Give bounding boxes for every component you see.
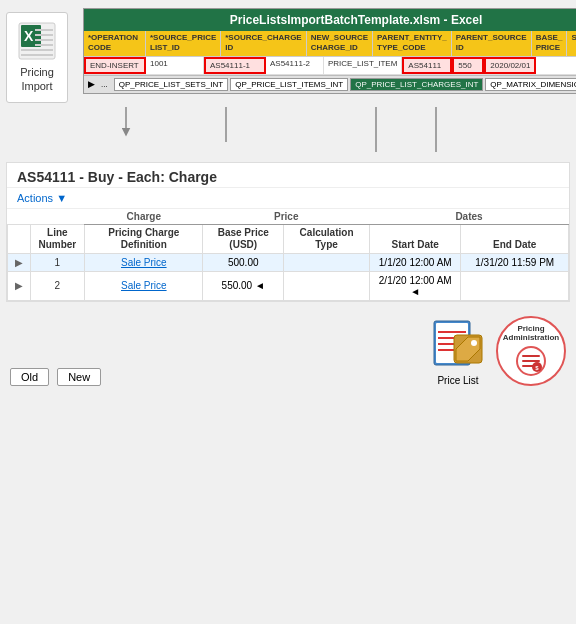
oracle-title: AS54111 - Buy - Each: Charge xyxy=(7,163,569,188)
price-list-svg xyxy=(430,317,486,373)
tab-price-list-sets[interactable]: QP_PRICE_LIST_SETS_INT xyxy=(114,78,228,91)
svg-rect-4 xyxy=(35,29,53,31)
tab-matrix-dimension[interactable]: QP_MATRIX_DIMENSION... xyxy=(485,78,576,91)
cell-new-source: AS54111-2 xyxy=(266,57,324,74)
price-list-icon[interactable]: Price List xyxy=(430,317,486,386)
row-base-price-1: 500.00 xyxy=(203,253,284,271)
row-end-date-2 xyxy=(461,271,569,300)
cell-source-price: 1001 xyxy=(146,57,204,74)
excel-icon-label: Pricing Import xyxy=(17,65,57,94)
row-line-2: 2 xyxy=(30,271,85,300)
pricing-admin-svg: $ xyxy=(515,345,547,377)
row-calc-type-2 xyxy=(284,271,370,300)
pricing-admin-label: PricingAdministration xyxy=(503,324,559,342)
cell-base-price: 550 xyxy=(452,57,484,74)
excel-data-row: END-INSERT 1001 AS54111-1 AS54111-2 PRIC… xyxy=(84,57,576,75)
svg-rect-16 xyxy=(438,331,466,333)
connector-area xyxy=(6,107,570,162)
row-start-date-2: 2/1/20 12:00 AM ◄ xyxy=(370,271,461,300)
svg-rect-6 xyxy=(35,39,53,41)
col-header-parent-entity: PARENT_ENTITY_TYPE_CODE xyxy=(373,31,452,56)
row-calc-type-1 xyxy=(284,253,370,271)
old-button[interactable]: Old xyxy=(10,368,49,386)
pricing-admin-icon[interactable]: PricingAdministration $ xyxy=(496,316,566,386)
svg-rect-25 xyxy=(522,360,540,362)
actions-button[interactable]: Actions ▼ xyxy=(17,192,67,204)
excel-icon-box[interactable]: X Pricing Import xyxy=(6,12,68,103)
col-header-parent-source: PARENT_SOURCEID xyxy=(452,31,532,56)
connector-arrows xyxy=(6,107,570,162)
cell-parent-source: AS54111 xyxy=(402,57,452,74)
row-expand-1[interactable]: ▶ xyxy=(8,253,31,271)
oracle-section: AS54111 - Buy - Each: Charge Actions ▼ C… xyxy=(6,162,570,302)
table-row[interactable]: ▶ 1 Sale Price 500.00 1/1/20 12:00 AM 1/… xyxy=(8,253,569,271)
col-header-start-date: START_DATE xyxy=(567,31,576,56)
row-base-price-2: 550.00 ◄ xyxy=(203,271,284,300)
svg-rect-5 xyxy=(35,34,53,36)
old-new-buttons: Old New xyxy=(10,368,101,386)
oracle-table: Charge Price Dates LineNumber Pricing Ch… xyxy=(7,209,569,301)
new-button[interactable]: New xyxy=(57,368,101,386)
excel-titlebar: PriceListsImportBatchTemplate.xlsm - Exc… xyxy=(84,9,576,31)
svg-rect-24 xyxy=(522,355,540,357)
main-container: X Pricing Import PriceListsImportBatchTe… xyxy=(0,0,576,624)
excel-header-row: *OPERATIONCODE *SOURCE_PRICELIST_ID *SOU… xyxy=(84,31,576,57)
svg-point-22 xyxy=(471,340,477,346)
col-calc-type: CalculationType xyxy=(284,224,370,253)
right-icons: Price List PricingAdministration $ xyxy=(430,316,566,386)
col-pricing-charge: Pricing ChargeDefinition xyxy=(85,224,203,253)
bottom-area: Old New xyxy=(0,310,576,392)
oracle-actions-bar: Actions ▼ xyxy=(7,188,569,209)
row-charge-def-2: Sale Price xyxy=(85,271,203,300)
col-header-new-source: NEW_SOURCECHARGE_ID xyxy=(307,31,373,56)
col-end-date: End Date xyxy=(461,224,569,253)
col-header-source-charge: *SOURCE_CHARGEID xyxy=(221,31,306,56)
spacer-header xyxy=(8,209,85,225)
col-base-price: Base Price(USD) xyxy=(203,224,284,253)
cell-operation: END-INSERT xyxy=(84,57,146,74)
cell-source-charge: AS54111-1 xyxy=(204,57,266,74)
group-header-dates: Dates xyxy=(370,209,569,225)
tab-price-list-charges[interactable]: QP_PRICE_LIST_CHARGES_INT xyxy=(350,78,483,91)
tab-price-list-items[interactable]: QP_PRICE_LIST_ITEMS_INT xyxy=(230,78,348,91)
svg-rect-7 xyxy=(35,44,53,46)
col-header-operation: *OPERATIONCODE xyxy=(84,31,146,56)
row-start-date-1: 1/1/20 12:00 AM xyxy=(370,253,461,271)
col-line-number: LineNumber xyxy=(30,224,85,253)
price-list-label: Price List xyxy=(430,375,486,386)
svg-rect-8 xyxy=(21,49,53,51)
row-expand-2[interactable]: ▶ xyxy=(8,271,31,300)
svg-rect-19 xyxy=(438,349,456,351)
table-row[interactable]: ▶ 2 Sale Price 550.00 ◄ 2/1/20 12:00 AM … xyxy=(8,271,569,300)
cell-start-date: 2020/02/01 xyxy=(484,57,536,74)
actions-label: Actions ▼ xyxy=(17,192,67,204)
group-header-charge: Charge xyxy=(85,209,203,225)
row-charge-def-1: Sale Price xyxy=(85,253,203,271)
svg-rect-9 xyxy=(21,54,53,56)
sheet-tabs: ▶ ... QP_PRICE_LIST_SETS_INT QP_PRICE_LI… xyxy=(84,75,576,93)
excel-icon: X xyxy=(17,21,57,61)
col-start-date: Start Date xyxy=(370,224,461,253)
excel-window: PriceListsImportBatchTemplate.xlsm - Exc… xyxy=(83,8,576,94)
col-header-source-price: *SOURCE_PRICELIST_ID xyxy=(146,31,221,56)
group-header-price: Price xyxy=(203,209,370,225)
row-end-date-1: 1/31/20 11:59 PM xyxy=(461,253,569,271)
col-expand xyxy=(8,224,31,253)
cell-parent-entity: PRICE_LIST_ITEM xyxy=(324,57,402,74)
svg-text:X: X xyxy=(24,28,34,44)
col-header-base-price: BASE_PRICE xyxy=(532,31,568,56)
row-line-1: 1 xyxy=(30,253,85,271)
